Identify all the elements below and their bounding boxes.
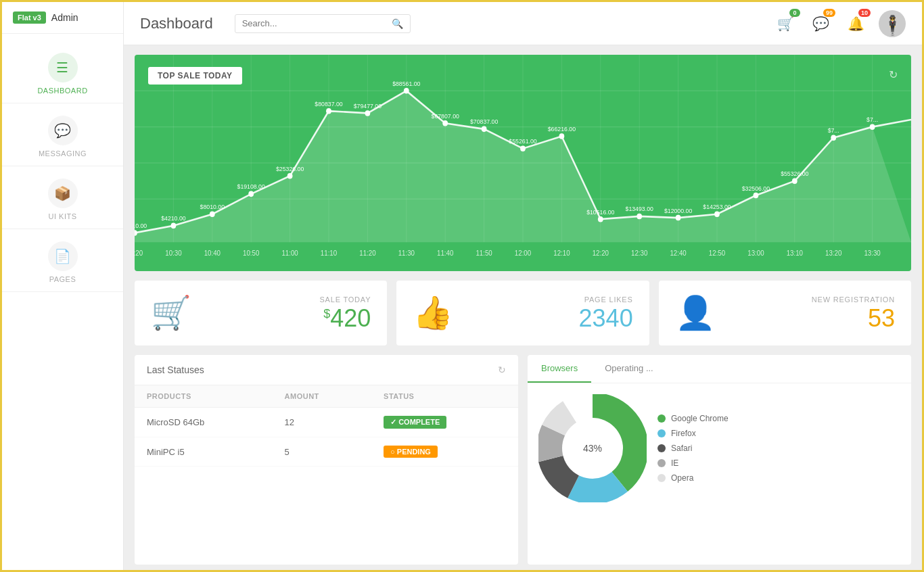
svg-text:13:20: 13:20 <box>825 249 842 256</box>
chart-refresh-icon[interactable]: ↻ <box>889 68 898 81</box>
search-icon: 🔍 <box>392 18 403 29</box>
chrome-dot <box>657 414 666 423</box>
tab-operating[interactable]: Operating ... <box>591 355 667 383</box>
svg-text:11:50: 11:50 <box>476 249 492 256</box>
svg-point-55 <box>520 145 526 151</box>
statuses-card: Last Statuses ↻ PRODUCTS AMOUNT STATUS <box>135 355 518 565</box>
cart-button[interactable]: 🛒 0 <box>773 11 798 36</box>
svg-text:10:20: 10:20 <box>135 249 143 256</box>
col-products: PRODUCTS <box>135 385 273 408</box>
sidebar-nav: ☰ DASHBOARD 💬 MESSAGING 📦 UI KITS 📄 PAGE… <box>2 41 123 292</box>
sidebar-item-dashboard[interactable]: ☰ DASHBOARD <box>2 41 123 103</box>
sidebar-item-messaging[interactable]: 💬 MESSAGING <box>2 103 123 166</box>
svg-point-51 <box>365 110 371 116</box>
sales-chart-card: TOP SALE TODAY ↻ <box>135 55 911 271</box>
svg-text:$79477.00: $79477.00 <box>354 103 382 110</box>
svg-text:11:20: 11:20 <box>359 249 376 256</box>
sidebar-item-pages-label: PAGES <box>49 275 76 283</box>
svg-text:12:30: 12:30 <box>631 249 648 256</box>
svg-text:11:40: 11:40 <box>437 249 454 256</box>
stat-card-sales: 🛒 SALE TODAY $420 <box>135 281 387 345</box>
svg-point-54 <box>482 126 487 133</box>
cell-product: MicroSD 64Gb <box>135 408 273 437</box>
brand-badge: Flat v3 <box>13 11 46 24</box>
search-box[interactable]: 🔍 <box>235 14 411 33</box>
svg-point-59 <box>676 215 681 221</box>
svg-text:$7...: $7... <box>828 127 839 134</box>
pages-icon: 📄 <box>48 241 78 271</box>
svg-text:12:40: 12:40 <box>670 249 687 256</box>
main-content: Dashboard 🔍 🛒 0 💬 99 🔔 10 🕴 <box>124 2 922 572</box>
svg-text:$19108.00: $19108.00 <box>237 183 265 190</box>
messages-button[interactable]: 💬 99 <box>808 11 833 36</box>
svg-text:13:00: 13:00 <box>747 249 764 256</box>
svg-point-57 <box>598 216 603 222</box>
stats-row: 🛒 SALE TODAY $420 👍 PAGE LIKES 2340 👤 <box>135 281 911 345</box>
stat-card-registration: 👤 NEW REGISTRATION 53 <box>659 281 911 345</box>
registration-label: NEW REGISTRATION <box>812 295 895 304</box>
svg-text:$25326.00: $25326.00 <box>276 165 304 172</box>
status-badge: ○ PENDING <box>384 446 438 458</box>
sidebar-item-messaging-label: MESSAGING <box>39 149 87 158</box>
svg-text:12:20: 12:20 <box>593 249 609 256</box>
svg-point-62 <box>792 178 798 184</box>
svg-text:$8010.00: $8010.00 <box>200 204 225 210</box>
col-amount: AMOUNT <box>273 385 372 408</box>
svg-text:10:50: 10:50 <box>243 249 260 256</box>
svg-text:$14253.00: $14253.00 <box>703 204 731 210</box>
svg-text:$70837.00: $70837.00 <box>470 118 498 125</box>
likes-info: PAGE LIKES 2340 <box>467 295 632 331</box>
registration-icon: 👤 <box>675 294 716 332</box>
dashboard-icon: ☰ <box>48 53 78 82</box>
svg-point-49 <box>287 173 293 179</box>
browser-content: 43% Google Chrome Firefox <box>528 383 911 513</box>
opera-label: Opera <box>671 473 693 483</box>
cell-product: MiniPC i5 <box>135 437 273 467</box>
avatar-icon: 🕴 <box>881 14 904 37</box>
svg-text:$4210.00: $4210.00 <box>161 215 185 222</box>
statuses-table-wrap: PRODUCTS AMOUNT STATUS MicroSD 64Gb 12 ✓… <box>135 385 518 467</box>
likes-icon: 👍 <box>413 294 453 332</box>
sidebar-header: Flat v3 Admin <box>2 2 123 34</box>
firefox-dot <box>657 429 666 437</box>
table-header-row: PRODUCTS AMOUNT STATUS <box>135 385 518 408</box>
svg-text:$88561.00: $88561.00 <box>392 80 420 87</box>
opera-dot <box>657 474 666 482</box>
notifications-button[interactable]: 🔔 10 <box>844 11 868 36</box>
sales-icon: 🛒 <box>151 294 191 332</box>
svg-text:13:30: 13:30 <box>864 249 881 256</box>
svg-text:$32506.00: $32506.00 <box>742 185 770 191</box>
svg-text:43%: 43% <box>583 443 602 454</box>
legend-item-safari: Safari <box>657 444 729 453</box>
svg-text:12:50: 12:50 <box>709 249 726 256</box>
search-input[interactable] <box>242 18 388 28</box>
col-status: STATUS <box>371 385 518 408</box>
header-icons: 🛒 0 💬 99 🔔 10 🕴 <box>773 10 906 37</box>
sidebar-item-pages[interactable]: 📄 PAGES <box>2 229 123 292</box>
messages-badge: 99 <box>823 9 835 17</box>
browser-card: Browsers Operating ... <box>528 355 911 565</box>
chrome-label: Google Chrome <box>671 414 729 423</box>
svg-text:12:00: 12:00 <box>515 249 532 256</box>
svg-point-46 <box>171 223 177 229</box>
svg-point-63 <box>831 135 836 141</box>
svg-text:$13493.00: $13493.00 <box>626 206 653 212</box>
statuses-refresh-icon[interactable]: ↻ <box>498 364 506 375</box>
svg-point-61 <box>754 193 759 199</box>
tab-browsers[interactable]: Browsers <box>528 355 591 383</box>
content-area: TOP SALE TODAY ↻ <box>124 45 922 572</box>
svg-text:$55326.00: $55326.00 <box>781 170 808 177</box>
svg-text:$80837.00: $80837.00 <box>315 100 342 107</box>
svg-text:10:40: 10:40 <box>204 249 221 256</box>
sidebar-item-uikits[interactable]: 📦 UI KITS <box>2 166 123 229</box>
avatar[interactable]: 🕴 <box>879 10 906 37</box>
registration-value: 53 <box>868 306 895 331</box>
svg-point-58 <box>637 214 642 220</box>
svg-text:$12000.00: $12000.00 <box>664 207 692 214</box>
svg-text:$10516.00: $10516.00 <box>586 208 614 215</box>
svg-point-64 <box>870 124 875 130</box>
cell-status: ✓ COMPLETE <box>371 408 518 437</box>
browser-tabs: Browsers Operating ... <box>528 355 911 383</box>
svg-text:12:10: 12:10 <box>553 249 570 256</box>
legend-item-chrome: Google Chrome <box>657 414 729 423</box>
